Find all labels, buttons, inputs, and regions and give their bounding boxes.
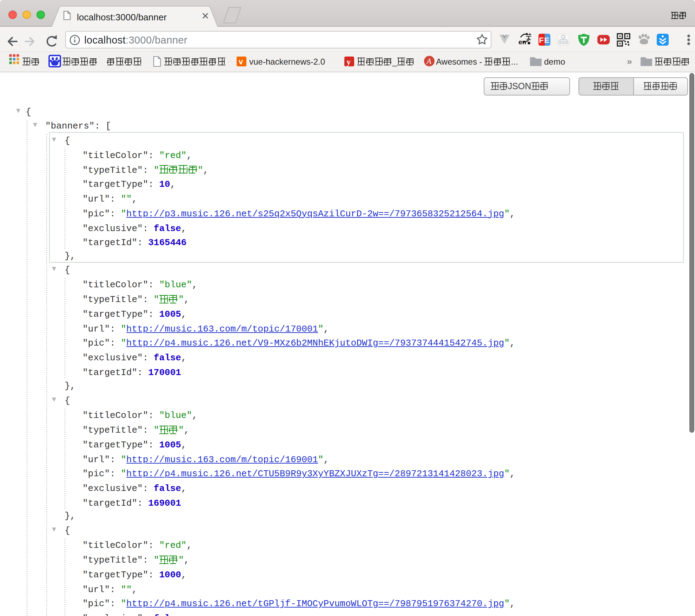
svg-text:A: A <box>426 57 432 66</box>
svg-text:F: F <box>539 35 544 44</box>
svg-text:v: v <box>239 57 243 66</box>
svg-text:E: E <box>544 35 549 44</box>
svg-text:y: y <box>346 57 351 66</box>
